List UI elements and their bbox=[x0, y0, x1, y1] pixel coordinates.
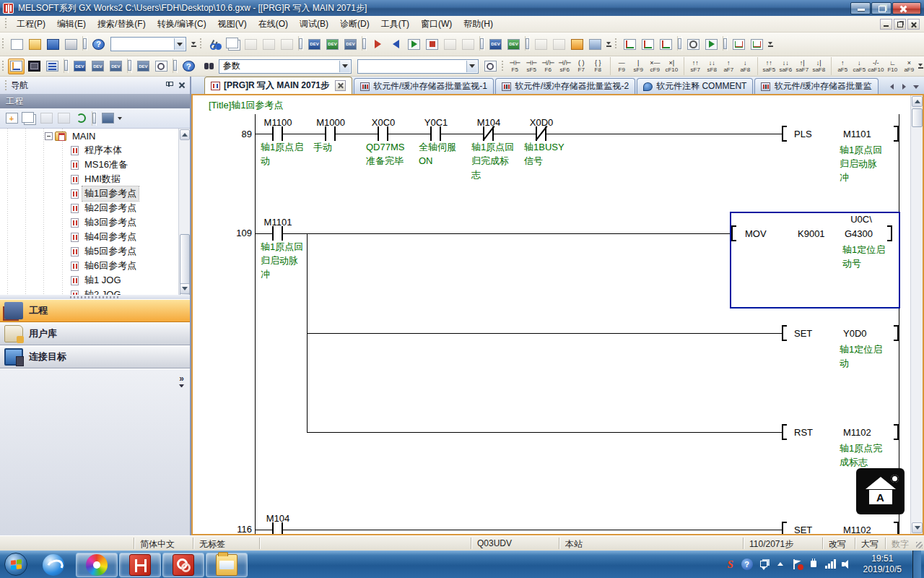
ladder-symbol-button[interactable]: ↑↑ saF5 bbox=[757, 57, 777, 75]
toolbar-button[interactable] bbox=[442, 36, 458, 52]
menu-item[interactable]: 帮助(H) bbox=[458, 16, 499, 33]
show-hidden-icons-button[interactable] bbox=[775, 558, 786, 570]
taskbar-clock[interactable]: 19:51 2019/10/5 bbox=[858, 553, 907, 575]
start-button[interactable] bbox=[0, 551, 32, 578]
action-center-icon[interactable] bbox=[791, 558, 803, 570]
menu-item[interactable]: 窗口(W) bbox=[415, 16, 458, 33]
toolbar-button[interactable] bbox=[225, 36, 241, 52]
toolbar-button[interactable] bbox=[703, 36, 720, 52]
toolbar-button[interactable] bbox=[26, 59, 43, 74]
tree-item[interactable]: 轴1回参考点 bbox=[0, 186, 178, 201]
ladder-symbol-button[interactable]: ↓ caF5 bbox=[851, 57, 868, 75]
ladder-symbol-button[interactable]: ×| cF10 bbox=[663, 57, 680, 75]
toolbar-button[interactable] bbox=[460, 36, 476, 52]
scroll-up-icon[interactable] bbox=[180, 129, 190, 140]
show-desktop-button[interactable] bbox=[912, 551, 921, 578]
project-tool-button[interactable] bbox=[56, 111, 71, 126]
navigator-category-button[interactable]: 用户库 bbox=[0, 322, 190, 345]
tab-scroll-right-icon[interactable] bbox=[899, 81, 909, 92]
taskbar-app-button[interactable] bbox=[206, 553, 248, 577]
value-combo[interactable] bbox=[357, 59, 479, 74]
toolbar-button[interactable] bbox=[342, 36, 359, 52]
menu-item[interactable]: 调试(B) bbox=[294, 16, 334, 33]
toolbar-button[interactable] bbox=[135, 59, 152, 74]
help-tray-icon[interactable]: ? bbox=[741, 558, 753, 570]
toolbar-button[interactable] bbox=[127, 59, 132, 73]
tree-item[interactable]: 轴6回参考点 bbox=[0, 259, 178, 273]
toolbar-button[interactable] bbox=[677, 36, 682, 51]
toolbar-button[interactable] bbox=[44, 59, 61, 74]
toolbar-button[interactable] bbox=[525, 36, 530, 51]
document-tab[interactable]: [PRG]R 写入 MAIN 2071步 bbox=[204, 77, 352, 94]
toolbar-overflow-button[interactable] bbox=[766, 36, 775, 52]
toolbar-button[interactable] bbox=[261, 36, 277, 52]
ladder-symbol-button[interactable]: ↑| saF7 bbox=[794, 57, 811, 75]
toolbar-button[interactable] bbox=[424, 36, 440, 52]
toolbar-button[interactable] bbox=[723, 36, 728, 51]
ladder-symbol-button[interactable]: ⊣⊢ F5 bbox=[507, 57, 523, 75]
ladder-symbol-button[interactable]: ⊣⊢ sF5 bbox=[523, 57, 540, 75]
toolbar-button[interactable] bbox=[370, 36, 386, 52]
mdi-close-button[interactable] bbox=[907, 19, 920, 30]
device-search-combo[interactable]: 参数 bbox=[219, 59, 352, 74]
menu-item[interactable]: 工程(P) bbox=[11, 16, 51, 33]
document-tab[interactable]: 软元件/缓冲存储器批量监视-2 bbox=[495, 78, 635, 94]
toolbar-overflow-button[interactable] bbox=[189, 36, 198, 52]
toolbar-button[interactable] bbox=[731, 36, 747, 52]
toolbar-button[interactable] bbox=[45, 36, 61, 52]
toolbar-button[interactable] bbox=[90, 59, 106, 74]
chevron-down-icon[interactable] bbox=[466, 61, 477, 72]
menu-item[interactable]: 搜索/替换(F) bbox=[92, 16, 152, 33]
menu-item[interactable]: 工具(T) bbox=[375, 16, 415, 33]
pin-icon[interactable] bbox=[164, 80, 174, 90]
toolbar-button[interactable] bbox=[658, 36, 674, 52]
ladder-symbol-button[interactable]: ↑↑ sF7 bbox=[684, 57, 704, 75]
ladder-symbol-button[interactable]: ↓ aF8 bbox=[737, 57, 754, 75]
ladder-symbol-button[interactable]: -/- caF10 bbox=[868, 57, 884, 75]
toolbar-button[interactable] bbox=[533, 36, 549, 52]
menu-item[interactable]: 诊断(D) bbox=[334, 16, 375, 33]
project-tool-button[interactable] bbox=[100, 111, 116, 126]
toolbar-button[interactable] bbox=[9, 36, 25, 52]
network-signal-icon[interactable] bbox=[824, 558, 836, 570]
ladder-symbol-button[interactable]: { } F8 bbox=[590, 57, 606, 75]
ladder-symbol-button[interactable]: × aF9 bbox=[901, 57, 918, 75]
project-tool-button[interactable] bbox=[21, 111, 37, 126]
mdi-minimize-button[interactable] bbox=[880, 19, 892, 30]
assistive-overlay-button[interactable]: A bbox=[856, 468, 905, 514]
menu-item[interactable]: 编辑(E) bbox=[51, 16, 92, 33]
toolbar-button[interactable] bbox=[153, 59, 170, 74]
chevron-down-icon[interactable] bbox=[339, 61, 350, 72]
toolbar-button[interactable] bbox=[206, 36, 223, 52]
zoom-page-button[interactable] bbox=[482, 59, 499, 74]
document-tab[interactable]: 软元件/缓冲存储器批量监视-1 bbox=[354, 78, 494, 94]
document-tab[interactable]: 软元件注释 COMMENT bbox=[637, 78, 753, 94]
toolbar-button[interactable] bbox=[640, 36, 656, 52]
toolbar-button[interactable] bbox=[551, 36, 567, 52]
ladder-symbol-button[interactable]: ×— cF9 bbox=[647, 57, 663, 75]
toolbar-button[interactable] bbox=[82, 36, 87, 51]
menu-item[interactable]: 在线(O) bbox=[253, 16, 294, 33]
restore-button[interactable] bbox=[871, 2, 892, 14]
scroll-down-icon[interactable] bbox=[180, 283, 190, 294]
ladder-output-set2[interactable]: SET M1102 bbox=[782, 522, 899, 534]
tree-item[interactable]: MAIN bbox=[0, 129, 178, 143]
ladder-symbol-button[interactable]: ( ) F7 bbox=[573, 57, 590, 75]
mdi-restore-button[interactable] bbox=[894, 19, 906, 30]
ladder-output-pls[interactable]: PLS M1101 bbox=[782, 126, 899, 142]
project-tool-button[interactable] bbox=[38, 111, 54, 126]
ladder-symbol-button[interactable]: ↓| saF8 bbox=[811, 57, 827, 75]
tree-item[interactable]: MS16准备 bbox=[0, 158, 178, 172]
resize-grip[interactable] bbox=[914, 536, 924, 551]
power-plug-icon[interactable] bbox=[808, 558, 819, 570]
toolbar-button[interactable] bbox=[406, 36, 422, 52]
tree-scrollbar[interactable] bbox=[178, 129, 190, 295]
toolbar-button[interactable] bbox=[306, 36, 323, 52]
restore-window-tray-icon[interactable] bbox=[758, 558, 770, 570]
tree-item[interactable]: 轴2回参考点 bbox=[0, 201, 178, 215]
tree-item[interactable]: 轴1 JOG bbox=[0, 273, 178, 288]
sogou-input-icon[interactable]: S bbox=[725, 558, 736, 570]
scroll-up-icon[interactable] bbox=[912, 96, 923, 107]
scrollbar-thumb[interactable] bbox=[912, 108, 923, 127]
toolbar-button[interactable] bbox=[173, 59, 178, 73]
